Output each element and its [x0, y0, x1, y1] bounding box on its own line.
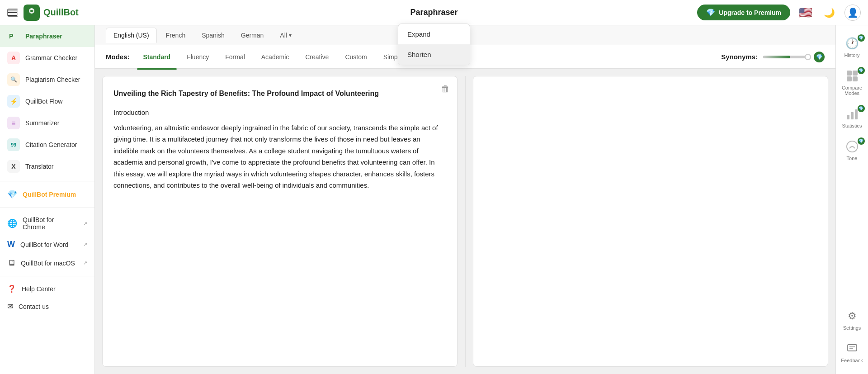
svg-rect-8	[855, 109, 858, 119]
lang-tab-english[interactable]: English (US)	[106, 28, 157, 43]
svg-rect-2	[847, 71, 852, 76]
flow-icon: ⚡	[7, 95, 20, 108]
plagiarism-checker-icon: 🔍	[7, 73, 20, 86]
sidebar-label-chrome: QuillBot for Chrome	[23, 216, 78, 231]
sidebar-item-summarizer[interactable]: ≡ Summarizer	[0, 112, 94, 134]
mode-button-academic[interactable]: Academic	[255, 51, 295, 63]
stats-premium-badge: 💎	[858, 105, 865, 112]
summarizer-icon: ≡	[7, 117, 20, 129]
svg-rect-3	[853, 71, 858, 76]
theme-toggle-button[interactable]: 🌙	[821, 5, 837, 21]
profile-button[interactable]: 👤	[844, 5, 861, 21]
sidebar-item-help[interactable]: ❓ Help Center	[0, 280, 94, 298]
sidebar-item-citation-generator[interactable]: 99 Citation Generator	[0, 134, 94, 156]
compare-modes-label: Compare Modes	[841, 85, 863, 96]
editor-body: Volunteering, an altruistic endeavor dee…	[113, 122, 446, 191]
compare-modes-icon	[845, 69, 859, 83]
upgrade-button[interactable]: 💎 Upgrade to Premium	[697, 5, 790, 20]
sidebar-item-quillbot-flow[interactable]: ⚡ QuillBot Flow	[0, 90, 94, 112]
flag-button[interactable]: 🇺🇸	[797, 5, 814, 21]
right-editor-panel	[473, 76, 828, 367]
sidebar: P Paraphraser A Grammar Checker 🔍 Plagia…	[0, 25, 95, 374]
editor-wrapper: Unveiling the Rich Tapestry of Benefits:…	[95, 69, 835, 374]
header-right: 💎 Upgrade to Premium 🇺🇸 🌙 👤	[697, 5, 861, 21]
main-layout: P Paraphraser A Grammar Checker 🔍 Plagia…	[0, 25, 868, 374]
sidebar-item-contact[interactable]: ✉ Contact us	[0, 298, 94, 315]
svg-rect-7	[851, 112, 854, 119]
history-icon: 🕐	[845, 36, 859, 51]
sidebar-label-citation: Citation Generator	[25, 141, 77, 148]
mode-button-creative[interactable]: Creative	[299, 51, 335, 63]
sidebar-item-paraphraser[interactable]: P Paraphraser	[0, 25, 94, 47]
logo: QuillBot	[24, 5, 79, 21]
logo-text: QuillBot	[43, 7, 79, 18]
editor-content[interactable]: Unveiling the Rich Tapestry of Benefits:…	[103, 76, 457, 366]
sidebar-item-plagiarism-checker[interactable]: 🔍 Plagiarism Checker	[0, 69, 94, 90]
paraphraser-icon: P	[7, 30, 20, 43]
mode-button-custom[interactable]: Custom	[339, 51, 373, 63]
compare-premium-badge: 💎	[858, 67, 865, 74]
feedback-label: Feedback	[841, 358, 863, 363]
sidebar-label-premium: QuillBot Premium	[23, 191, 76, 198]
sidebar-item-grammar-checker[interactable]: A Grammar Checker	[0, 47, 94, 69]
all-label: All	[280, 32, 287, 39]
history-label: History	[844, 52, 859, 58]
settings-icon: ⚙	[845, 309, 859, 323]
external-link-icon: ↗	[83, 221, 87, 227]
synonyms-label: Synonyms:	[721, 53, 758, 61]
editor-divider	[465, 76, 466, 367]
tone-button[interactable]: 💎 Tone	[838, 136, 867, 165]
diamond-icon: 💎	[706, 8, 715, 17]
sidebar-label-macos: QuillBot for macOS	[21, 260, 75, 267]
settings-button[interactable]: ⚙ Settings	[838, 305, 867, 334]
delete-button[interactable]: 🗑	[441, 84, 450, 94]
translator-icon: X	[7, 160, 20, 173]
citation-icon: 99	[7, 138, 20, 151]
sidebar-item-chrome[interactable]: 🌐 QuillBot for Chrome ↗	[0, 212, 94, 235]
chevron-down-icon: ▾	[289, 32, 292, 38]
statistics-button[interactable]: 💎 Statistics	[838, 103, 867, 132]
svg-rect-6	[847, 115, 849, 119]
more-dropdown-menu: Expand Shorten	[398, 24, 470, 65]
editor-section: Introduction	[113, 107, 446, 118]
mode-button-formal[interactable]: Formal	[219, 51, 251, 63]
feedback-button[interactable]: Feedback	[838, 338, 867, 367]
sidebar-item-premium[interactable]: 💎 QuillBot Premium	[0, 185, 94, 204]
history-premium-badge: 💎	[858, 34, 865, 42]
sidebar-label-paraphraser: Paraphraser	[25, 33, 62, 40]
sidebar-divider-2	[0, 208, 94, 208]
premium-diamond-icon: 💎	[7, 189, 17, 199]
sidebar-label-summarizer: Summarizer	[25, 119, 59, 127]
mode-button-fluency[interactable]: Fluency	[180, 51, 215, 63]
header-left: QuillBot	[7, 5, 79, 21]
macos-icon: 🖥	[7, 258, 15, 268]
tone-icon	[845, 139, 859, 154]
svg-text:P: P	[9, 33, 13, 40]
chrome-icon: 🌐	[7, 218, 17, 228]
synonyms-slider[interactable]	[763, 56, 808, 58]
sidebar-label-translator: Translator	[25, 163, 54, 170]
synonyms-premium-badge: 💎	[814, 52, 825, 62]
hamburger-menu-button[interactable]	[7, 9, 18, 17]
sidebar-item-translator[interactable]: X Translator	[0, 156, 94, 177]
dropdown-item-expand[interactable]: Expand	[398, 24, 470, 44]
compare-modes-button[interactable]: 💎 Compare Modes	[838, 65, 867, 99]
lang-tab-spanish[interactable]: Spanish	[194, 28, 232, 43]
mode-button-standard[interactable]: Standard	[137, 51, 177, 63]
feedback-icon	[845, 341, 859, 356]
statistics-icon	[845, 107, 859, 121]
lang-tab-french[interactable]: French	[159, 28, 193, 43]
sidebar-label-help: Help Center	[22, 285, 56, 293]
dropdown-item-shorten[interactable]: Shorten	[398, 44, 470, 65]
sidebar-label-grammar: Grammar Checker	[25, 54, 77, 62]
contact-icon: ✉	[7, 302, 13, 311]
history-button[interactable]: 🕐 💎 History	[838, 33, 867, 62]
tone-label: Tone	[847, 156, 858, 161]
lang-tab-all[interactable]: All ▾	[273, 28, 299, 43]
sidebar-item-macos[interactable]: 🖥 QuillBot for macOS ↗	[0, 254, 94, 272]
statistics-label: Statistics	[842, 123, 862, 128]
external-link-icon-3: ↗	[83, 260, 87, 266]
sidebar-item-word[interactable]: W QuillBot for Word ↗	[0, 235, 94, 254]
word-icon: W	[7, 240, 15, 249]
lang-tab-german[interactable]: German	[234, 28, 271, 43]
